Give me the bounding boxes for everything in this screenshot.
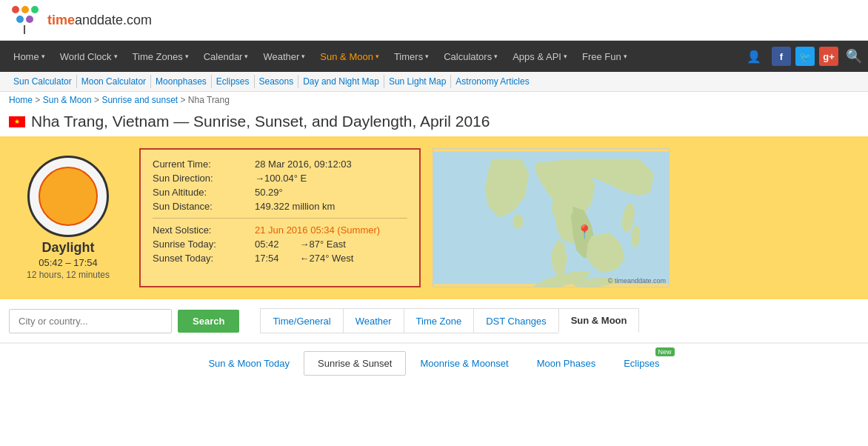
tab-dst-changes[interactable]: DST Changes (473, 308, 558, 333)
subnav-eclipses[interactable]: Eclipses (212, 75, 255, 88)
info-box: Current Time: 28 Mar 2016, 09:12:03 Sun … (139, 148, 421, 287)
nav-free-fun-arrow: ▾ (624, 53, 627, 60)
current-time-value: 28 Mar 2016, 09:12:03 (255, 159, 352, 170)
sun-distance-label: Sun Distance: (153, 201, 249, 212)
nav-calculators[interactable]: Calculators ▾ (436, 41, 505, 72)
new-badge-label: New (655, 347, 675, 356)
social-icons: f 🐦 g+ (772, 47, 838, 66)
sun-distance-value: 149.322 million km (255, 201, 335, 212)
nav-time-zones-arrow: ▾ (185, 53, 189, 60)
search-input[interactable] (9, 309, 172, 333)
map-svg: 📍 (433, 149, 669, 287)
page-title-area: Nha Trang, Vietnam — Sunrise, Sunset, an… (0, 108, 868, 136)
breadcrumb-current: Nha Trang (188, 95, 230, 105)
sun-inner-circle (39, 167, 98, 226)
sun-direction-row: Sun Direction: →100.04° E (153, 173, 407, 184)
sunrise-dir: →87° East (300, 239, 346, 250)
nav-home[interactable]: Home ▾ (6, 41, 53, 72)
tab-time-general[interactable]: Time/General (260, 308, 342, 333)
sun-time-range: 05:42 – 17:54 (39, 257, 98, 268)
sun-display: Daylight 05:42 – 17:54 12 hours, 12 minu… (9, 148, 127, 287)
map-credit: © timeanddate.com (608, 277, 666, 284)
nav-sun-moon[interactable]: Sun & Moon ▾ (313, 41, 387, 72)
nav-world-clock-arrow: ▾ (114, 53, 118, 60)
subnav-seasons[interactable]: Seasons (255, 75, 299, 88)
bottom-tab-moon-phases[interactable]: Moon Phases (523, 351, 610, 376)
daylight-label: Daylight (41, 240, 94, 256)
nav-calculators-arrow: ▾ (494, 53, 498, 60)
nav-apps-api[interactable]: Apps & API ▾ (505, 41, 575, 72)
sun-altitude-value: 50.29° (255, 187, 283, 198)
nav-sun-moon-arrow: ▾ (375, 53, 379, 60)
map-container: 📍 © timeanddate.com (433, 148, 670, 287)
sunset-row: Sunset Today: 17:54 ←274° West (153, 253, 407, 264)
sun-direction-label: Sun Direction: (153, 173, 249, 184)
main-nav: Home ▾ World Clock ▾ Time Zones ▾ Calend… (0, 41, 868, 72)
bottom-tab-moonrise-moonset[interactable]: Moonrise & Moonset (406, 351, 522, 376)
next-solstice-row: Next Solstice: 21 Jun 2016 05:34 (Summer… (153, 224, 407, 236)
tab-buttons: Time/General Weather Time Zone DST Chang… (260, 308, 639, 333)
bottom-tab-sunrise-sunset[interactable]: Sunrise & Sunset (304, 351, 406, 376)
subnav-astronomy-articles[interactable]: Astronomy Articles (451, 75, 533, 88)
bottom-tab-sun-moon-today[interactable]: Sun & Moon Today (194, 351, 304, 376)
twitter-icon[interactable]: 🐦 (795, 47, 815, 66)
nav-icons: 👤 f 🐦 g+ 🔍 (747, 47, 862, 66)
search-button[interactable]: Search (178, 310, 239, 333)
tab-sun-moon[interactable]: Sun & Moon (558, 308, 640, 333)
header: timeanddate.com (0, 0, 868, 41)
subnav-day-night-map[interactable]: Day and Night Map (298, 75, 384, 88)
logo[interactable]: timeanddate.com (12, 6, 152, 34)
breadcrumb: Home > Sun & Moon > Sunrise and sunset >… (0, 92, 868, 108)
sun-altitude-label: Sun Altitude: (153, 187, 249, 198)
google-plus-icon[interactable]: g+ (819, 47, 838, 66)
sunset-value: 17:54 (255, 253, 279, 264)
bottom-tabs: Sun & Moon Today Sunrise & Sunset Moonri… (0, 343, 868, 383)
tab-time-zone[interactable]: Time Zone (404, 308, 474, 333)
page-title: Nha Trang, Vietnam — Sunrise, Sunset, an… (31, 113, 490, 130)
next-solstice-label: Next Solstice: (153, 224, 249, 236)
sunrise-label: Sunrise Today: (153, 239, 249, 250)
breadcrumb-sunrise-sunset[interactable]: Sunrise and sunset (101, 95, 178, 105)
svg-point-2 (513, 214, 523, 229)
map-pin: 📍 (576, 224, 593, 240)
nav-timers-arrow: ▾ (425, 53, 429, 60)
sub-nav: Sun Calculator Moon Calculator Moonphase… (0, 72, 868, 92)
vietnam-flag (9, 116, 25, 127)
logo-text: timeanddate.com (47, 13, 152, 28)
breadcrumb-home[interactable]: Home (9, 95, 33, 105)
search-icon[interactable]: 🔍 (846, 48, 862, 64)
sunrise-value: 05:42 (255, 239, 279, 250)
subnav-sun-light-map[interactable]: Sun Light Map (384, 75, 451, 88)
facebook-icon[interactable]: f (772, 47, 791, 66)
subnav-moon-calculator[interactable]: Moon Calculator (77, 75, 151, 88)
tab-weather[interactable]: Weather (343, 308, 404, 333)
nav-calendar-arrow: ▾ (244, 53, 248, 60)
sun-distance-row: Sun Distance: 149.322 million km (153, 201, 407, 212)
nav-calendar[interactable]: Calendar ▾ (196, 41, 256, 72)
nav-free-fun[interactable]: Free Fun ▾ (575, 41, 635, 72)
sun-circle (27, 156, 109, 237)
current-time-row: Current Time: 28 Mar 2016, 09:12:03 (153, 159, 407, 170)
current-time-label: Current Time: (153, 159, 249, 170)
nav-home-arrow: ▾ (41, 53, 45, 60)
sunset-label: Sunset Today: (153, 253, 249, 264)
nav-timers[interactable]: Timers ▾ (387, 41, 436, 72)
nav-time-zones[interactable]: Time Zones ▾ (125, 41, 196, 72)
sunrise-row: Sunrise Today: 05:42 →87° East (153, 239, 407, 250)
subnav-sun-calculator[interactable]: Sun Calculator (9, 75, 77, 88)
breadcrumb-sun-moon[interactable]: Sun & Moon (43, 95, 92, 105)
sun-duration: 12 hours, 12 minutes (27, 270, 110, 280)
subnav-moonphases[interactable]: Moonphases (151, 75, 212, 88)
nav-weather-arrow: ▾ (301, 53, 305, 60)
search-section: Search Time/General Weather Time Zone DS… (0, 299, 868, 343)
info-divider (153, 218, 407, 219)
sun-direction-value: →100.04° E (255, 173, 307, 184)
next-solstice-value: 21 Jun 2016 05:34 (Summer) (255, 224, 380, 236)
nav-weather[interactable]: Weather ▾ (256, 41, 313, 72)
nav-world-clock[interactable]: World Clock ▾ (53, 41, 125, 72)
user-icon[interactable]: 👤 (747, 50, 761, 64)
main-content: Daylight 05:42 – 17:54 12 hours, 12 minu… (0, 136, 868, 299)
bottom-tab-eclipses[interactable]: Eclipses New (610, 351, 673, 376)
sunset-dir: ←274° West (300, 253, 354, 264)
sun-altitude-row: Sun Altitude: 50.29° (153, 187, 407, 198)
